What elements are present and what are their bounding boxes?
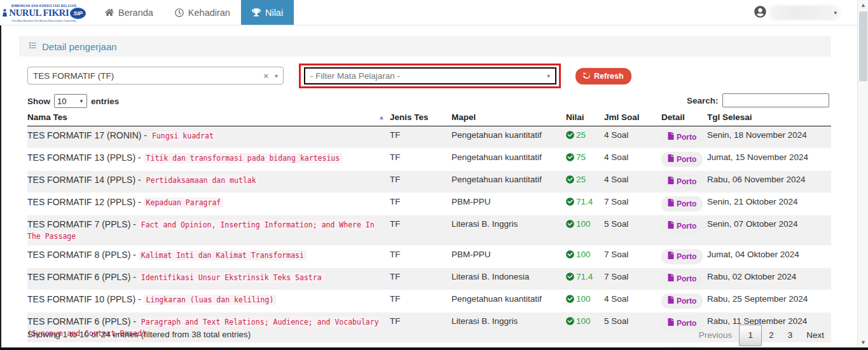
clear-selection-icon[interactable]: ×	[263, 71, 268, 81]
jml-soal-cell: 4 Soal	[604, 126, 661, 149]
pagination: Previous 1 2 3 Next	[674, 325, 831, 346]
porto-button[interactable]: Porto	[661, 196, 703, 212]
brand-badge: SIP	[70, 8, 86, 19]
scrollbar-thumb[interactable]	[859, 11, 867, 81]
pagination-page-3[interactable]: 3	[781, 325, 800, 346]
test-name: TES FORMATIF 13 (PPLS)	[27, 152, 135, 163]
test-name: TES FORMATIF 14 (PPLS)	[27, 175, 135, 185]
column-header-tgl-selesai[interactable]: Tgl Selesai	[707, 110, 831, 126]
table-row: TES FORMATIF 14 (PPLS) - Pertidaksamaan …	[27, 171, 831, 193]
file-icon	[668, 131, 674, 143]
list-icon	[28, 41, 38, 52]
page-length-select[interactable]: 10 ▼	[54, 94, 87, 108]
jenis-tes-cell: TF	[390, 149, 451, 171]
porto-label: Porto	[677, 198, 696, 210]
pagination-previous[interactable]: Previous	[692, 325, 740, 346]
name-separator: -	[130, 219, 138, 229]
search-input[interactable]	[722, 93, 829, 107]
porto-label: Porto	[677, 220, 696, 232]
jenis-tes-cell: TF	[390, 171, 451, 193]
brand-logo[interactable]: BIMBINGAN DAN KONSULTASI BELAJAR NURUL F…	[0, 0, 88, 25]
check-circle-icon	[566, 295, 574, 306]
file-icon	[668, 198, 674, 210]
porto-button[interactable]: Porto	[661, 271, 703, 286]
name-separator: -	[135, 175, 143, 185]
column-header-nama-tes[interactable]: Nama Tes ▲	[27, 110, 390, 126]
nav-item-kehadiran[interactable]: Kehadiran	[164, 0, 241, 25]
scroll-down-icon[interactable]: ▼	[858, 337, 868, 347]
test-topic: Titik dan transformasi pada bidang karte…	[144, 153, 343, 163]
check-circle-icon	[566, 175, 574, 187]
top-navbar: BIMBINGAN DAN KONSULTASI BELAJAR NURUL F…	[0, 0, 857, 25]
column-header-jml-soal[interactable]: Jml Soal	[604, 110, 661, 126]
check-circle-icon	[566, 273, 574, 284]
test-topic: Pertidaksamaan dan mutlak	[144, 175, 259, 185]
score-value: 100	[576, 250, 591, 259]
jml-soal-cell: 4 Soal	[604, 149, 661, 171]
chevron-down-icon: ▾	[275, 72, 278, 79]
table-row: TES FORMATIF 10 (PPLS) - Lingkaran (luas…	[27, 290, 831, 313]
score-value: 75	[576, 152, 586, 162]
porto-button[interactable]: Porto	[661, 293, 703, 309]
pagination-page-1[interactable]: 1	[739, 325, 762, 346]
tgl-selesai-cell: Jumat, 04 Oktober 2024	[707, 246, 831, 268]
porto-button[interactable]: Porto	[661, 130, 703, 145]
user-menu[interactable]: ▾	[754, 0, 837, 25]
porto-button[interactable]: Porto	[661, 152, 703, 167]
test-type-select[interactable]: TES FORMATIF (TF) × ▾	[27, 67, 284, 84]
nav-item-beranda[interactable]: Beranda	[94, 0, 164, 25]
column-header-mapel[interactable]: Mapel	[451, 110, 566, 126]
porto-button[interactable]: Porto	[661, 174, 703, 189]
mapel-cell: PBM-PPU	[451, 193, 566, 215]
page-title: Detail pengerjaan	[42, 41, 117, 52]
column-header-jenis-tes[interactable]: Jenis Tes	[390, 110, 451, 126]
check-circle-icon	[566, 153, 574, 165]
nav-label-beranda: Beranda	[118, 8, 153, 18]
brand-tagline-bottom: Kita Maju Bersama Kita Menuju Masa Depan…	[12, 19, 76, 22]
jml-soal-cell: 7 Soal	[604, 246, 661, 268]
vertical-scrollbar[interactable]: ▲ ▼	[857, 0, 868, 347]
pagination-next[interactable]: Next	[799, 325, 831, 346]
test-name: TES FORMATIF 6 (PPLS)	[27, 272, 130, 282]
name-separator: -	[130, 250, 138, 260]
porto-button[interactable]: Porto	[661, 249, 703, 264]
score-value: 25	[576, 130, 586, 140]
score-value: 100	[576, 294, 591, 304]
check-circle-icon	[566, 250, 574, 262]
porto-label: Porto	[677, 273, 696, 285]
mapel-cell: Pengetahuan kuantitatif	[451, 290, 566, 313]
column-header-nilai[interactable]: Nilai	[566, 110, 604, 126]
scroll-up-icon[interactable]: ▲	[858, 0, 868, 10]
table-row: TES FORMATIF 8 (PPLS) - Kalimat Inti dan…	[27, 246, 831, 268]
porto-button[interactable]: Porto	[661, 219, 703, 234]
test-topic: Lingkaran (luas dan keliling)	[144, 295, 277, 305]
score-value: 100	[576, 316, 591, 326]
porto-label: Porto	[677, 251, 696, 262]
panel-header: Detail pengerjaan	[19, 36, 831, 57]
refresh-label: Refresh	[594, 72, 624, 81]
jenis-tes-cell: TF	[390, 290, 451, 313]
window-border-bottom	[0, 347, 868, 350]
file-icon	[668, 318, 674, 329]
table-row: TES FORMATIF 7 (PPLS) - Fact and Opinion…	[27, 215, 831, 246]
name-separator: -	[141, 130, 149, 140]
refresh-icon	[583, 72, 591, 81]
name-separator: -	[130, 316, 138, 326]
nav-item-nilai[interactable]: Nilai	[241, 0, 294, 25]
search-label: Search:	[687, 96, 719, 105]
mapel-cell: Pengetahuan kuantitatif	[451, 149, 566, 171]
results-table: Nama Tes ▲ Jenis Tes Mapel Nilai Jml Soa…	[27, 110, 831, 350]
table-row: TES FORMATIF 12 (PPLS) - Kepaduan Paragr…	[27, 193, 831, 215]
file-icon	[668, 251, 674, 262]
refresh-button[interactable]: Refresh	[575, 68, 631, 84]
jml-soal-cell: 4 Soal	[604, 290, 661, 313]
mapel-cell: Pengetahuan kuantitatif	[451, 171, 566, 193]
tgl-selesai-cell: Rabu, 02 Oktober 2024	[707, 268, 831, 290]
subject-filter-select[interactable]: - Filter Mata Pelajaran - ▾	[304, 67, 556, 84]
column-header-detail[interactable]: Detail	[661, 110, 707, 126]
results-tbody: TES FORMATIF 17 (RONIN) - Fungsi kuadrat…	[27, 126, 831, 350]
brand-name: NURUL FIKRI	[9, 8, 69, 18]
pagination-page-2[interactable]: 2	[762, 325, 781, 346]
name-separator: -	[135, 294, 143, 304]
mapel-cell: Pengetahuan kuantitatif	[451, 126, 566, 149]
